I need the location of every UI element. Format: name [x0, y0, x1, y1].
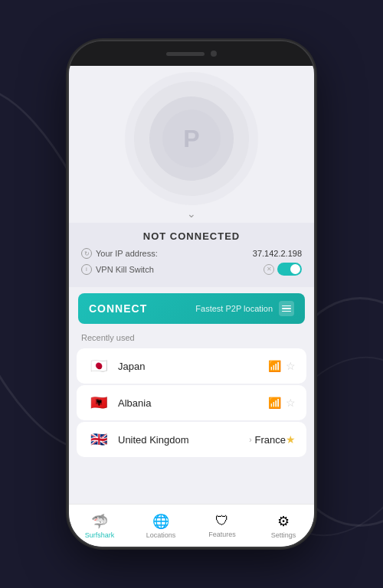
list-item[interactable]: 🇯🇵 Japan 📶 ☆ [77, 348, 306, 384]
ip-label-group: ↻ Your IP address: [81, 248, 158, 259]
japan-name: Japan [118, 361, 268, 372]
arrow-icon: › [249, 436, 251, 444]
connect-button[interactable]: CONNECT Fastest P2P location [78, 293, 305, 324]
albania-name: Albania [118, 397, 268, 409]
locations-nav-label: Locations [146, 531, 176, 539]
vpn-logo-letter: P [183, 125, 199, 153]
menu-line-2 [282, 308, 291, 309]
surfshark-icon: 🦈 [91, 513, 108, 530]
list-item[interactable]: 🇦🇱 Albania 📶 ☆ [77, 385, 306, 420]
recently-used-label: Recently used [81, 333, 302, 342]
albania-actions: 📶 ☆ [268, 397, 296, 409]
star-filled-icon[interactable]: ★ [286, 433, 296, 446]
outer-ring: P [134, 81, 249, 196]
connect-label: CONNECT [89, 302, 147, 315]
signal-icon: 📶 [268, 397, 281, 409]
star-icon[interactable]: ☆ [286, 397, 296, 409]
kill-switch-label-group: i VPN Kill Switch [81, 264, 154, 275]
toggle-knob [290, 264, 300, 274]
kill-switch-toggle[interactable]: ✕ [264, 263, 302, 276]
vpn-logo[interactable]: P [162, 109, 221, 168]
uk-actions: ★ [286, 433, 296, 446]
settings-nav-label: Settings [271, 531, 296, 539]
recently-used-section: Recently used [69, 330, 314, 347]
surfshark-nav-label: Surfshark [85, 531, 115, 539]
connect-right: Fastest P2P location [195, 301, 294, 316]
ip-row: ↻ Your IP address: 37.142.2.198 [81, 248, 302, 259]
locations-list: 🇯🇵 Japan 📶 ☆ 🇦🇱 Albania 📶 ☆ 🇬🇧 U [69, 347, 314, 504]
phone-top-bar [69, 41, 314, 66]
kill-switch-row: i VPN Kill Switch ✕ [81, 263, 302, 276]
chevron-down-icon[interactable]: ⌄ [69, 207, 314, 223]
vpn-circle-area: P [69, 66, 314, 207]
fastest-label: Fastest P2P location [195, 304, 273, 313]
toggle-x-icon: ✕ [264, 264, 274, 275]
nav-item-settings[interactable]: ⚙ Settings [253, 505, 314, 547]
ip-value: 37.142.2.198 [253, 249, 302, 258]
inner-ring: P [149, 96, 234, 181]
features-nav-label: Features [208, 531, 236, 538]
connection-status: NOT CONNECTED [81, 230, 302, 242]
kill-switch-label: VPN Kill Switch [96, 265, 154, 274]
toggle-switch[interactable] [277, 263, 302, 276]
uk-flag: 🇬🇧 [87, 428, 110, 451]
japan-flag: 🇯🇵 [87, 354, 110, 377]
locations-icon: 🌐 [152, 513, 169, 530]
nav-item-locations[interactable]: 🌐 Locations [130, 505, 192, 547]
refresh-icon: ↻ [81, 248, 92, 259]
star-icon[interactable]: ☆ [286, 360, 296, 372]
albania-flag: 🇦🇱 [87, 391, 110, 414]
japan-actions: 📶 ☆ [268, 360, 296, 372]
phone-screen: P ⌄ NOT CONNECTED ↻ Your IP address: 37.… [69, 66, 314, 547]
list-item[interactable]: 🇬🇧 United Kingdom › France ★ [77, 422, 306, 457]
menu-line-1 [282, 305, 291, 307]
status-area: NOT CONNECTED ↻ Your IP address: 37.142.… [69, 223, 314, 287]
nav-item-surfshark[interactable]: 🦈 Surfshark [69, 505, 130, 547]
uk-name: United Kingdom [118, 434, 246, 446]
nav-item-features[interactable]: 🛡 Features [192, 505, 253, 547]
france-name: France [255, 434, 286, 446]
info-icon: i [81, 264, 92, 275]
menu-line-3 [282, 311, 291, 312]
phone-frame: P ⌄ NOT CONNECTED ↻ Your IP address: 37.… [69, 41, 314, 547]
bottom-navigation: 🦈 Surfshark 🌐 Locations 🛡 Features ⚙ Set… [69, 504, 314, 547]
features-icon: 🛡 [215, 513, 229, 529]
phone-camera [211, 51, 217, 57]
signal-icon: 📶 [268, 360, 281, 372]
phone-speaker [166, 52, 205, 56]
ip-label: Your IP address: [96, 249, 158, 258]
menu-icon[interactable] [279, 301, 294, 316]
settings-icon: ⚙ [277, 513, 290, 530]
